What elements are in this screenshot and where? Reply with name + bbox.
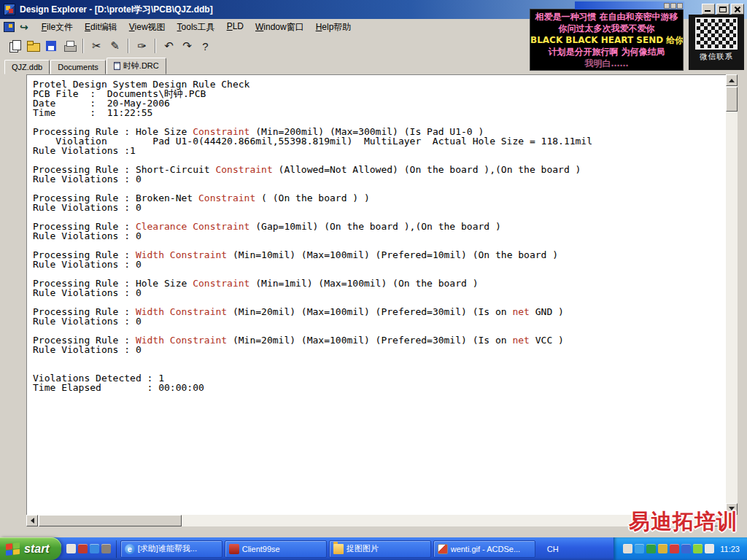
menu-item-help[interactable]: Help帮助 bbox=[310, 20, 357, 35]
lyric-line: BLACK BLACK HEART SEND 给你我的心 bbox=[530, 34, 683, 46]
report-line: Rule Violations :1 bbox=[33, 146, 726, 155]
report-line: Rule Violations : 0 bbox=[33, 288, 726, 298]
folder-icon bbox=[333, 544, 344, 554]
tray-icon-2[interactable] bbox=[635, 544, 644, 553]
quick-launch-icon-2[interactable] bbox=[78, 544, 88, 553]
lyrics-lines: 相爱是一种习惯 在自由和亲密中游移你问过太多次我爱不爱你BLACK BLACK … bbox=[530, 11, 683, 69]
report-line: Rule Violations : 0 bbox=[33, 260, 726, 269]
report-line: Time Elapsed : 00:00:00 bbox=[33, 383, 726, 392]
help-icon[interactable]: ? bbox=[196, 38, 214, 55]
desktop: Design Explorer - [D:\protel学习\PCB\QJZ.d… bbox=[0, 0, 747, 560]
task-button-capture-folder[interactable]: 捉图图片 bbox=[329, 540, 431, 558]
tray-icon-7[interactable] bbox=[693, 544, 703, 553]
redapp-icon bbox=[229, 544, 239, 554]
taskbar: start [求助]谁能帮我...Client99se捉图图片wenti.gif… bbox=[0, 537, 747, 560]
scroll-up-button[interactable] bbox=[726, 74, 738, 86]
lyrics-overlay: 相爱是一种习惯 在自由和亲密中游移你问过太多次我爱不爱你BLACK BLACK … bbox=[530, 9, 684, 71]
start-label: start bbox=[24, 542, 50, 556]
forward-arrow-icon[interactable]: ↪ bbox=[20, 21, 28, 33]
task-button-client99se[interactable]: Client99se bbox=[225, 540, 327, 558]
scroll-left-button[interactable] bbox=[26, 515, 38, 526]
language-indicator[interactable]: CH bbox=[543, 545, 563, 553]
document-window-icon[interactable] bbox=[4, 22, 15, 32]
app-icon[interactable] bbox=[4, 4, 15, 15]
qr-code bbox=[695, 18, 738, 50]
system-tray: 11:23 bbox=[614, 537, 747, 560]
taskbar-buttons: [求助]谁能帮我...Client99se捉图图片wenti.gif - ACD… bbox=[120, 540, 535, 558]
start-button[interactable]: start bbox=[0, 537, 61, 560]
toolbar-separator bbox=[82, 39, 84, 53]
lyrics-close-button[interactable] bbox=[677, 3, 683, 9]
vertical-scroll-thumb[interactable] bbox=[726, 87, 738, 112]
menu-item-window[interactable]: Window窗口 bbox=[249, 20, 310, 35]
report-line: Rule Violations : 0 bbox=[33, 345, 726, 354]
drc-report: Protel Design System Design Rule CheckPC… bbox=[26, 74, 726, 515]
qr-label: 微信联系 bbox=[689, 52, 744, 62]
menu-item-pld[interactable]: PLD bbox=[221, 20, 249, 35]
lyrics-window-titlebar[interactable] bbox=[575, 1, 684, 9]
tray-icon-3[interactable] bbox=[646, 544, 656, 553]
menu-item-view[interactable]: View视图 bbox=[123, 20, 171, 35]
horizontal-scrollbar[interactable] bbox=[26, 515, 726, 526]
tray-icon-8[interactable] bbox=[705, 544, 714, 553]
menu-item-tools[interactable]: Tools工具 bbox=[171, 20, 221, 35]
knife-icon[interactable]: ✂ bbox=[88, 38, 106, 55]
tray-icon-6[interactable] bbox=[681, 544, 691, 553]
quick-launch-icon-3[interactable] bbox=[90, 544, 99, 553]
pencil-icon[interactable]: ✎ bbox=[106, 38, 124, 55]
menu-items: File文件Edit编辑View视图Tools工具PLDWindow窗口Help… bbox=[36, 20, 357, 35]
menu-item-file[interactable]: File文件 bbox=[36, 20, 79, 35]
maximize-button[interactable] bbox=[716, 4, 729, 15]
toolbar-buttons: ✂✎✑↶↷? bbox=[6, 38, 214, 55]
open-folder-icon[interactable] bbox=[24, 38, 42, 55]
save-icon[interactable] bbox=[42, 38, 61, 55]
maximize-icon bbox=[719, 7, 727, 12]
tray-icon-4[interactable] bbox=[658, 544, 667, 553]
quick-launch-icon-4[interactable] bbox=[101, 544, 111, 553]
report-line: Time : 11:22:55 bbox=[33, 108, 726, 117]
left-arrow-icon bbox=[28, 518, 34, 524]
report-line: Rule Violations : 0 bbox=[33, 203, 726, 212]
undo-icon[interactable]: ↶ bbox=[160, 38, 178, 55]
report-line: Rule Violations : 0 bbox=[33, 174, 726, 184]
tab-documents[interactable]: Documents bbox=[50, 60, 106, 74]
ie-icon bbox=[125, 544, 135, 554]
minimize-icon bbox=[705, 10, 711, 12]
acdsee-icon bbox=[438, 544, 448, 554]
tray-icon-5[interactable] bbox=[670, 544, 679, 553]
menu-item-edit[interactable]: Edit编辑 bbox=[79, 20, 123, 35]
windows-logo-icon bbox=[6, 542, 20, 556]
up-arrow-icon bbox=[729, 76, 735, 82]
brush-icon[interactable]: ✑ bbox=[133, 38, 151, 55]
redo-icon[interactable]: ↷ bbox=[178, 38, 196, 55]
report-line: Violation Pad U1-0(44420.866mil,55398.81… bbox=[33, 136, 726, 146]
task-button-acdsee[interactable]: wenti.gif - ACDSe... bbox=[433, 540, 535, 558]
toolbar-separator bbox=[155, 39, 156, 53]
task-button-forum-post[interactable]: [求助]谁能帮我... bbox=[120, 540, 222, 558]
lyrics-restore-button[interactable] bbox=[670, 3, 676, 9]
tab-qjz-ddb[interactable]: QJZ.ddb bbox=[4, 60, 50, 74]
lyric-line: 计划是分开旅行啊 为何像结局 bbox=[530, 46, 683, 58]
quick-launch bbox=[61, 540, 117, 558]
report-line: Rule Violations : 0 bbox=[33, 231, 726, 241]
close-button[interactable] bbox=[731, 4, 744, 15]
document-icon bbox=[114, 62, 120, 70]
qr-watermark: 微信联系 bbox=[689, 15, 744, 70]
minimize-button[interactable] bbox=[702, 4, 715, 15]
taskbar-clock: 11:23 bbox=[720, 545, 740, 553]
tray-icons bbox=[623, 544, 714, 553]
lyric-line: 我明白…… bbox=[530, 58, 683, 69]
window-title: Design Explorer - [D:\protel学习\PCB\QJZ.d… bbox=[20, 4, 213, 16]
tray-icon-1[interactable] bbox=[623, 544, 632, 553]
toolbar-separator bbox=[128, 39, 129, 53]
quick-launch-icon-1[interactable] bbox=[66, 544, 76, 553]
report-line bbox=[33, 354, 726, 364]
tab-clock-drc[interactable]: 时钟.DRC bbox=[107, 58, 166, 74]
new-document-icon[interactable] bbox=[6, 38, 24, 55]
vertical-scrollbar[interactable] bbox=[726, 74, 738, 515]
report-line: Rule Violations : 0 bbox=[33, 316, 726, 326]
horizontal-scroll-thumb[interactable] bbox=[39, 515, 182, 526]
lyric-line: 相爱是一种习惯 在自由和亲密中游移 bbox=[530, 11, 683, 23]
print-icon[interactable] bbox=[61, 38, 79, 55]
lyrics-minimize-button[interactable] bbox=[664, 3, 670, 9]
